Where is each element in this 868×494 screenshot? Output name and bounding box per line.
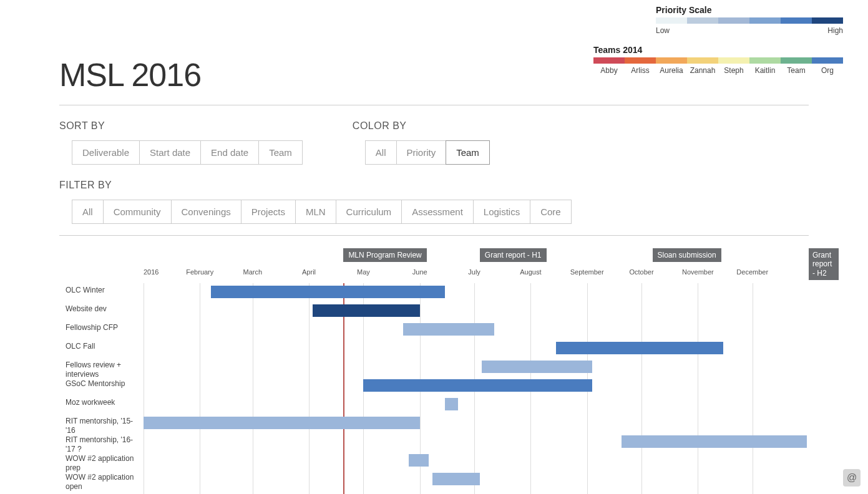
gantt-row-plot bbox=[144, 302, 809, 321]
priority-high-label: High bbox=[827, 26, 843, 35]
color-by-heading: COLOR BY bbox=[353, 120, 490, 132]
month-label: 2016 bbox=[144, 268, 158, 276]
team-swatch bbox=[625, 57, 656, 64]
filter-button-core[interactable]: Core bbox=[530, 200, 572, 224]
milestone-flag: MLN Program Review bbox=[343, 248, 426, 262]
gantt-row: Moz workweek bbox=[66, 395, 809, 414]
gantt-row: RIT mentorship, '15-'16 bbox=[66, 414, 809, 433]
gantt-row-plot bbox=[144, 321, 809, 339]
team-swatch bbox=[749, 57, 781, 64]
priority-legend: Priority Scale Low High bbox=[656, 5, 843, 35]
team-swatch bbox=[687, 57, 718, 64]
sort-button-start-date[interactable]: Start date bbox=[139, 140, 201, 165]
sort-button-deliverable[interactable]: Deliverable bbox=[72, 140, 140, 165]
gantt-row-label: WOW #2 application open bbox=[66, 470, 144, 492]
filter-button-projects[interactable]: Projects bbox=[241, 200, 296, 224]
color-button-all[interactable]: All bbox=[365, 140, 397, 165]
milestone-flag: Sloan submission bbox=[653, 248, 721, 262]
gantt-row-plot bbox=[144, 395, 809, 414]
gantt-bar[interactable] bbox=[313, 304, 420, 317]
gantt-row: OLC Fall bbox=[66, 339, 809, 358]
team-legend-label: Zannah bbox=[687, 66, 718, 75]
team-swatch bbox=[812, 57, 843, 64]
priority-swatch bbox=[781, 17, 812, 24]
sort-button-team[interactable]: Team bbox=[258, 140, 303, 165]
gantt-row-plot bbox=[144, 339, 809, 358]
filter-button-all[interactable]: All bbox=[72, 200, 104, 224]
gantt-row: Website dev bbox=[66, 302, 809, 321]
month-label: June bbox=[412, 268, 427, 276]
gantt-bar[interactable] bbox=[445, 398, 457, 410]
gantt-row-label: GSoC Mentorship bbox=[66, 377, 144, 389]
team-swatch bbox=[781, 57, 812, 64]
filter-button-assessment[interactable]: Assessment bbox=[401, 200, 474, 224]
gantt-bar[interactable] bbox=[482, 361, 593, 373]
team-legend-label: Arliss bbox=[625, 66, 656, 75]
gantt-bar[interactable] bbox=[409, 454, 429, 467]
gantt-row-label: Website dev bbox=[66, 302, 144, 314]
filter-button-convenings[interactable]: Convenings bbox=[171, 200, 241, 224]
sort-button-end-date[interactable]: End date bbox=[200, 140, 259, 165]
gantt-row-plot bbox=[144, 414, 809, 433]
team-legend-label: Org bbox=[812, 66, 843, 75]
month-label: September bbox=[570, 268, 604, 276]
color-button-team[interactable]: Team bbox=[446, 140, 490, 165]
team-legend-label: Kaitlin bbox=[749, 66, 781, 75]
gantt-row-plot bbox=[144, 433, 809, 452]
color-button-priority[interactable]: Priority bbox=[396, 140, 447, 165]
filter-button-curriculum[interactable]: Curriculum bbox=[336, 200, 402, 224]
teams-legend: Teams 2014 AbbyArlissAureliaZannahStephK… bbox=[593, 45, 843, 75]
filter-by-group: FILTER BY AllCommunityConveningsProjects… bbox=[59, 180, 809, 224]
gantt-bar[interactable] bbox=[622, 435, 807, 448]
gantt-row-label: Fellows review + interviews bbox=[66, 358, 144, 379]
gantt-row: WOW #2 application prep bbox=[66, 452, 809, 470]
gantt-bar[interactable] bbox=[363, 379, 592, 392]
priority-legend-title: Priority Scale bbox=[656, 5, 843, 15]
mention-icon: @ bbox=[847, 472, 857, 483]
gantt-row-plot bbox=[144, 358, 809, 377]
gantt-row: Fellows review + interviews bbox=[66, 358, 809, 377]
gantt-bar[interactable] bbox=[556, 342, 723, 354]
priority-swatch bbox=[749, 17, 781, 24]
milestone-flag: Grant report - H2 bbox=[809, 248, 839, 280]
month-label: May bbox=[357, 268, 370, 276]
month-label: December bbox=[736, 268, 768, 276]
divider-2 bbox=[59, 235, 809, 236]
team-legend-label: Team bbox=[781, 66, 812, 75]
gantt-row-label: OLC Fall bbox=[66, 339, 144, 351]
gantt-row-plot bbox=[144, 377, 809, 395]
filter-button-community[interactable]: Community bbox=[103, 200, 172, 224]
sort-by-group: SORT BY DeliverableStart dateEnd dateTea… bbox=[59, 120, 303, 165]
gantt-row: OLC Winter bbox=[66, 283, 809, 302]
priority-swatch bbox=[812, 17, 843, 24]
gantt-row: Fellowship CFP bbox=[66, 321, 809, 339]
gantt-row: GSoC Mentorship bbox=[66, 377, 809, 395]
gantt-row-label: OLC Winter bbox=[66, 283, 144, 295]
gantt-bar[interactable] bbox=[144, 417, 420, 429]
month-label: March bbox=[243, 268, 262, 276]
teams-legend-title: Teams 2014 bbox=[593, 45, 843, 55]
month-label: August bbox=[520, 268, 541, 276]
divider bbox=[59, 105, 809, 105]
month-label: October bbox=[629, 268, 653, 276]
milestone-flag: Grant report - H1 bbox=[480, 248, 547, 262]
gantt-row: WOW #2 application open bbox=[66, 470, 809, 489]
team-legend-label: Steph bbox=[718, 66, 749, 75]
month-label: April bbox=[302, 268, 316, 276]
notifications-button[interactable]: @ bbox=[843, 469, 861, 487]
filter-by-heading: FILTER BY bbox=[59, 180, 809, 191]
legends: Priority Scale Low High Teams 2014 AbbyA… bbox=[593, 5, 843, 75]
filter-button-logistics[interactable]: Logistics bbox=[473, 200, 530, 224]
gantt-bar[interactable] bbox=[432, 473, 480, 485]
gantt-bar[interactable] bbox=[403, 323, 494, 336]
gantt-row: RIT mentorship, '16-'17 ? bbox=[66, 433, 809, 452]
filter-button-mln[interactable]: MLN bbox=[295, 200, 336, 224]
team-swatch bbox=[656, 57, 687, 64]
gantt-row-label: Moz workweek bbox=[66, 395, 144, 407]
gantt-row-plot bbox=[144, 452, 809, 470]
gantt-bar[interactable] bbox=[211, 286, 446, 298]
team-swatch bbox=[718, 57, 749, 64]
team-legend-label: Aurelia bbox=[656, 66, 687, 75]
sort-by-heading: SORT BY bbox=[59, 120, 303, 132]
gantt-row-label: WOW #2 application prep bbox=[66, 452, 144, 473]
